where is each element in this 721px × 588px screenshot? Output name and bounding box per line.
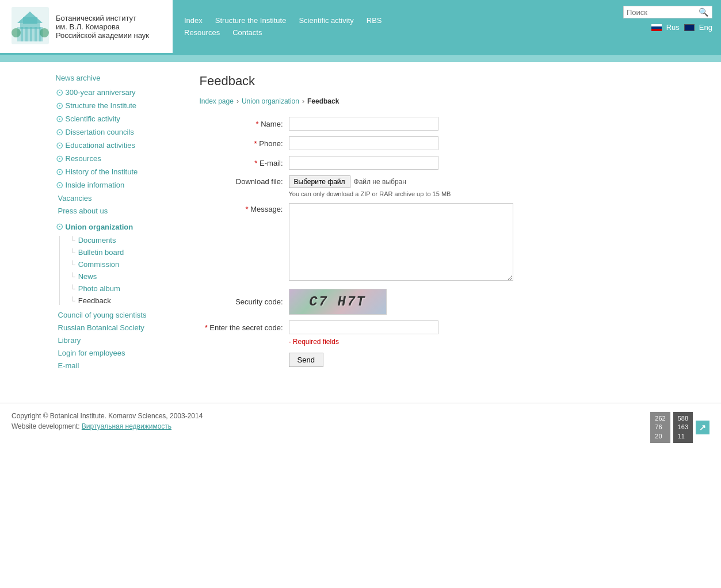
footer: Copyright © Botanical Institute. Komarov… (0, 403, 721, 452)
nav-structure[interactable]: Structure the Institute (215, 16, 287, 25)
search-button[interactable]: 🔍 (699, 7, 708, 17)
sidebar-photo[interactable]: Photo album (78, 284, 120, 293)
footer-copyright: Copyright © Botanical Institute. Komarov… (12, 412, 203, 420)
sidebar-item-resources[interactable]: Resources (66, 154, 101, 163)
svg-rect-4 (21, 27, 23, 41)
message-textarea[interactable] (289, 203, 513, 281)
lang-en-link[interactable]: Eng (699, 23, 712, 32)
bullet-icon: ⊙ (56, 181, 63, 190)
send-button[interactable]: Send (289, 353, 323, 367)
sidebar-item-structure[interactable]: Structure the Institute (66, 101, 137, 110)
breadcrumb: Index page › Union organization › Feedba… (200, 97, 666, 105)
message-label: Message: (250, 205, 283, 213)
feedback-form: * Name: * Phone: * E-mail: (200, 117, 666, 367)
page-title: Feedback (200, 74, 666, 89)
sidebar-commission[interactable]: Commission (78, 260, 120, 269)
svg-point-11 (40, 28, 49, 37)
lang-ru-link[interactable]: Rus (666, 23, 680, 32)
required-star: * (254, 139, 257, 148)
sidebar-feedback-active: Feedback (78, 296, 111, 305)
bullet-icon: ⊙ (56, 167, 63, 177)
download-label: Download file: (236, 177, 283, 186)
sidebar-login[interactable]: Login for employees (58, 349, 125, 357)
bullet-icon: ⊙ (56, 101, 63, 110)
nav-resources[interactable]: Resources (184, 28, 220, 37)
sidebar-item-scientific[interactable]: Scientific activity (66, 114, 120, 123)
search-input[interactable] (627, 8, 699, 17)
bullet-icon: ⊙ (56, 154, 63, 163)
sidebar-item-dissertation[interactable]: Dissertation councils (66, 128, 134, 136)
sidebar-bulletin[interactable]: Bulletin board (78, 248, 124, 257)
required-star: * (205, 323, 208, 332)
svg-rect-5 (25, 27, 28, 41)
sidebar: News archive ⊙ 300-year anniversary ⊙ St… (56, 74, 182, 374)
required-star: * (256, 120, 259, 128)
required-star: * (245, 205, 248, 213)
secret-label: Enter the secret code: (209, 323, 283, 332)
breadcrumb-index[interactable]: Index page (200, 97, 234, 105)
flag-ru-icon (651, 24, 662, 31)
svg-rect-6 (30, 27, 32, 41)
union-bullet-icon: ⊙ (56, 222, 63, 231)
logo-text: Ботанический институт им. В.Л. Комарова … (56, 14, 149, 40)
file-choose-button[interactable]: Выберите файл (289, 175, 350, 188)
captcha-text: C7 H7T (309, 294, 365, 310)
email-label: E-mail: (260, 159, 283, 167)
required-star: * (254, 159, 257, 167)
tree-line-icon: └ (70, 284, 75, 293)
bullet-icon: ⊙ (56, 141, 63, 150)
sidebar-press[interactable]: Press about us (58, 207, 108, 215)
flag-en-icon (684, 24, 695, 31)
footer-dev-link[interactable]: Виртуальная недвижимость (82, 422, 171, 430)
nav-rbs[interactable]: RBS (367, 16, 382, 25)
union-org-label: Union organization (66, 223, 133, 231)
breadcrumb-current: Feedback (307, 97, 339, 105)
footer-ext-icon[interactable]: ↗ (696, 421, 709, 434)
logo-icon (12, 7, 49, 46)
sidebar-rbs[interactable]: Russian Botanical Society (58, 323, 144, 332)
tree-line-icon: └ (70, 296, 75, 305)
secret-input[interactable] (289, 320, 438, 334)
sidebar-item-anniversary[interactable]: 300-year anniversary (66, 88, 136, 97)
tree-line-icon: └ (70, 248, 75, 257)
sidebar-library[interactable]: Library (58, 336, 81, 345)
required-note: - Required fields (289, 338, 339, 346)
bullet-icon: ⊙ (56, 88, 63, 97)
phone-input[interactable] (289, 136, 438, 150)
breadcrumb-sep1: › (236, 97, 239, 105)
svg-rect-7 (35, 27, 37, 41)
file-none-label: Файл не выбран (354, 178, 406, 186)
sidebar-item-history[interactable]: History of the Institute (66, 167, 138, 176)
footer-stat-box2: 588 163 11 (673, 412, 693, 443)
tree-line-icon: └ (70, 260, 75, 269)
name-label: Name: (261, 120, 283, 128)
file-hint: You can only download a ZIP or RAR archi… (289, 190, 451, 197)
sidebar-news-archive[interactable]: News archive (56, 74, 101, 82)
footer-dev-label: Website development: (12, 422, 80, 430)
sidebar-news[interactable]: News (78, 272, 97, 281)
sidebar-documents[interactable]: Documents (78, 236, 116, 245)
phone-label: Phone: (259, 139, 283, 148)
bullet-icon: ⊙ (56, 114, 63, 124)
subheader-stripe (0, 55, 721, 62)
nav-scientific[interactable]: Scientific activity (299, 16, 353, 25)
sidebar-item-educational[interactable]: Educational activities (66, 141, 135, 150)
security-label: Security code: (235, 297, 283, 306)
nav-contacts[interactable]: Contacts (232, 28, 262, 37)
breadcrumb-sep2: › (302, 97, 304, 105)
sidebar-item-inside[interactable]: Inside information (66, 181, 125, 189)
nav-index[interactable]: Index (184, 16, 203, 25)
bullet-icon: ⊙ (56, 128, 63, 137)
tree-line-icon: └ (70, 272, 75, 281)
sidebar-email[interactable]: E-mail (58, 361, 79, 370)
sidebar-vacancies[interactable]: Vacancies (58, 194, 92, 203)
breadcrumb-union[interactable]: Union organization (242, 97, 299, 105)
tree-line-icon: └ (70, 236, 75, 245)
name-input[interactable] (289, 117, 438, 131)
sidebar-council[interactable]: Council of young scientists (58, 311, 147, 319)
captcha-image: C7 H7T (289, 289, 387, 315)
svg-point-10 (12, 28, 21, 37)
content-area: Feedback Index page › Union organization… (200, 74, 666, 374)
footer-stat-box1: 262 76 20 (650, 412, 670, 443)
email-input[interactable] (289, 156, 438, 170)
